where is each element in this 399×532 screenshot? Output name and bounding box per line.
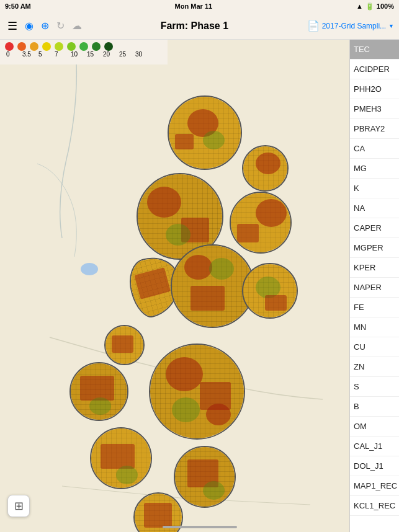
- legend-dot: [17, 42, 26, 51]
- legend-dot: [55, 42, 63, 51]
- legend: 03.5571015202530: [0, 40, 168, 64]
- field-circle-4: [230, 192, 292, 254]
- battery-icon: 🔋: [365, 2, 374, 11]
- toolbar-left: ☰ ◉ ⊕ ↻ ☁: [0, 19, 82, 33]
- legend-dots: [5, 42, 163, 51]
- sidebar-item-cu[interactable]: CU: [350, 337, 399, 357]
- status-right: ▲ 🔋 100%: [356, 2, 394, 11]
- legend-label: 7: [55, 51, 71, 58]
- legend-label: 10: [71, 51, 87, 58]
- grid-12: [175, 447, 235, 507]
- cloud-icon[interactable]: ☁: [72, 20, 82, 32]
- field-circle-9: [149, 344, 245, 440]
- sidebar-item-acidper[interactable]: ACIDPER: [350, 60, 399, 79]
- scroll-indicator: [163, 526, 237, 528]
- legend-label: 3.5: [22, 51, 38, 58]
- legend-dot: [79, 42, 88, 51]
- dropdown-label: 2017-Grid Sampli...: [322, 22, 386, 30]
- status-bar: 9:50 AM Mon Mar 11 ▲ 🔋 100%: [0, 0, 399, 12]
- sidebar-item-map1_rec[interactable]: MAP1_REC: [350, 476, 399, 496]
- dropdown-button[interactable]: 📄 2017-Grid Sampli... ▼: [307, 20, 394, 32]
- sidebar-item-k[interactable]: K: [350, 179, 399, 198]
- map: [0, 40, 351, 532]
- sidebar-item-pbray2[interactable]: PBRAY2: [350, 119, 399, 139]
- sidebar-item-mg[interactable]: MG: [350, 159, 399, 179]
- grid-7: [243, 264, 297, 317]
- sidebar-item-mgper[interactable]: MGPER: [350, 238, 399, 258]
- sidebar-item-phh2o[interactable]: PHH2O: [350, 79, 399, 99]
- wifi-icon: ▲: [356, 2, 363, 10]
- sidebar-item-kper[interactable]: KPER: [350, 258, 399, 278]
- sidebar-item-kcl1_rec[interactable]: KCL1_REC: [350, 496, 399, 516]
- sidebar-item-pmeh3[interactable]: PMEH3: [350, 99, 399, 119]
- layers-button[interactable]: ⊞: [7, 495, 30, 517]
- battery-pct: 100%: [377, 2, 394, 10]
- field-circle-10: [90, 427, 152, 489]
- target-icon[interactable]: ⊕: [41, 20, 49, 32]
- sidebar-item-mn[interactable]: MN: [350, 317, 399, 337]
- sidebar-item-na[interactable]: NA: [350, 198, 399, 218]
- legend-label: 5: [38, 51, 55, 58]
- sidebar-item-zn[interactable]: ZN: [350, 357, 399, 377]
- status-time: 9:50 AM: [5, 2, 31, 10]
- toolbar: ☰ ◉ ⊕ ↻ ☁ Farm: Phase 1 📄 2017-Grid Samp…: [0, 12, 399, 40]
- grid-8: [105, 326, 143, 364]
- water-pond: [81, 263, 98, 275]
- toolbar-right: 📄 2017-Grid Sampli... ▼: [307, 20, 399, 32]
- field-circle-2: [242, 145, 289, 192]
- field-circle-6: [242, 263, 298, 319]
- legend-labels: 03.5571015202530: [5, 51, 163, 58]
- chevron-down-icon: ▼: [388, 23, 394, 29]
- grid-1: [169, 97, 241, 169]
- field-circle-11: [174, 446, 236, 508]
- sidebar[interactable]: TECACIDPERPHH2OPMEH3PBRAY2CAMGKNACAPERMG…: [349, 40, 399, 532]
- legend-label: 25: [119, 51, 135, 58]
- doc-icon: 📄: [307, 20, 320, 32]
- legend-dot: [104, 42, 113, 51]
- grid-4: [231, 193, 290, 252]
- sidebar-item-tec[interactable]: TEC: [350, 40, 399, 60]
- sidebar-item-caper[interactable]: CAPER: [350, 218, 399, 238]
- field-circle-1: [168, 95, 242, 170]
- legend-label: 30: [135, 51, 151, 58]
- legend-label: 20: [103, 51, 119, 58]
- sidebar-item-b[interactable]: B: [350, 397, 399, 417]
- menu-icon[interactable]: ☰: [7, 19, 17, 33]
- grid-11: [91, 428, 151, 488]
- sidebar-item-fe[interactable]: FE: [350, 298, 399, 317]
- sidebar-item-naper[interactable]: NAPER: [350, 278, 399, 298]
- field-circle-8: [69, 362, 128, 421]
- grid-2: [243, 146, 287, 190]
- legend-dot: [42, 42, 51, 51]
- legend-label: 15: [87, 51, 103, 58]
- sidebar-item-ca[interactable]: CA: [350, 139, 399, 159]
- refresh-icon[interactable]: ↻: [56, 20, 65, 32]
- location-icon[interactable]: ◉: [25, 20, 34, 32]
- legend-dot: [92, 42, 101, 51]
- legend-dot: [5, 42, 14, 51]
- layers-icon: ⊞: [14, 499, 24, 513]
- grid-10: [150, 345, 244, 438]
- sidebar-item-dol_j1[interactable]: DOL_J1: [350, 456, 399, 476]
- sidebar-item-s[interactable]: S: [350, 377, 399, 397]
- grid-6: [172, 246, 253, 327]
- toolbar-title: Farm: Phase 1: [82, 20, 307, 32]
- grid-9: [71, 363, 127, 420]
- legend-dot: [30, 42, 38, 51]
- legend-dot: [67, 42, 76, 51]
- sidebar-item-om[interactable]: OM: [350, 417, 399, 437]
- sidebar-item-cal_j1[interactable]: CAL_J1: [350, 437, 399, 456]
- legend-label: 0: [6, 51, 22, 58]
- field-circle-7: [104, 325, 145, 365]
- status-day: Mon Mar 11: [175, 2, 213, 10]
